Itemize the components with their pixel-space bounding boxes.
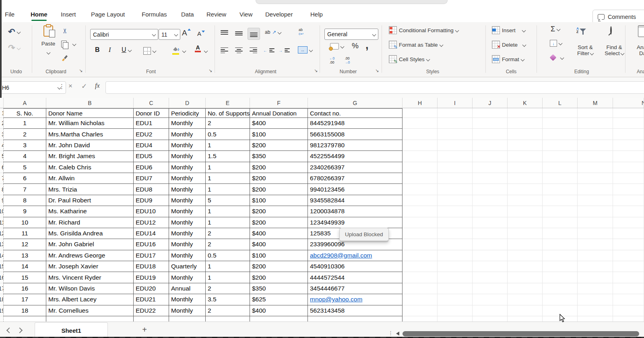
cell-supports[interactable]: 1 — [206, 272, 250, 283]
font-color-button[interactable]: A — [195, 45, 201, 52]
number-format-select[interactable]: General — [324, 29, 378, 40]
cell-supports[interactable]: 1 — [206, 217, 250, 228]
empty-cell[interactable] — [543, 184, 578, 195]
empty-cell[interactable] — [613, 206, 644, 217]
cell-donation[interactable]: $200 — [250, 272, 308, 283]
row-header[interactable]: 12 — [0, 228, 4, 239]
cell-donor-name[interactable]: Mrs. Vincent Ryder — [46, 272, 134, 283]
empty-cell[interactable] — [438, 162, 473, 173]
cell-sno[interactable]: 14 — [4, 261, 46, 272]
cell-sno[interactable]: 5 — [4, 162, 46, 173]
empty-cell[interactable] — [438, 140, 473, 151]
cell-contact[interactable]: mnop@yahoo.com — [308, 294, 402, 305]
cell-periodicity[interactable]: Monthly — [169, 228, 206, 239]
header-cell-periodicity[interactable]: Periodicity — [169, 108, 206, 118]
empty-cell[interactable] — [438, 261, 473, 272]
header-cell-sno[interactable]: S. No. — [4, 108, 46, 118]
empty-cell[interactable] — [508, 195, 543, 206]
cell-contact[interactable]: 5623143458 — [308, 305, 402, 316]
empty-cell[interactable] — [402, 250, 438, 261]
cell-donation[interactable]: $400 — [250, 228, 308, 239]
cell-sno[interactable]: 9 — [4, 206, 46, 217]
increase-indent-button[interactable]: → — [279, 47, 290, 54]
cell-supports[interactable]: 2 — [206, 239, 250, 250]
row-header[interactable]: 14 — [0, 250, 4, 261]
row-header[interactable]: 6 — [0, 162, 4, 173]
cell-donation[interactable]: $100 — [250, 129, 308, 140]
empty-cell[interactable] — [578, 108, 613, 118]
undo-button[interactable]: ↶ — [8, 27, 20, 37]
cell-styles-button[interactable]: Cell Styles — [389, 55, 429, 63]
merge-center-button[interactable]: ↔ — [298, 46, 312, 54]
empty-cell[interactable] — [402, 283, 438, 294]
cell-periodicity[interactable]: Monthly — [169, 129, 206, 140]
empty-cell[interactable] — [438, 129, 473, 140]
conditional-formatting-button[interactable]: Conditional Formatting — [389, 26, 458, 34]
cell-contact[interactable]: 6780266397 — [308, 173, 402, 184]
empty-cell[interactable] — [578, 140, 613, 151]
cell-donation[interactable]: $400 — [250, 239, 308, 250]
cell-sno[interactable]: 18 — [4, 305, 46, 316]
empty-cell[interactable] — [613, 173, 644, 184]
empty-cell[interactable] — [613, 239, 644, 250]
cell-donor-name[interactable]: Mr. John David — [46, 140, 134, 151]
row-header[interactable]: 13 — [0, 239, 4, 250]
italic-button[interactable]: I — [109, 46, 111, 54]
column-header[interactable]: H — [402, 98, 438, 108]
cell-sno[interactable]: 16 — [4, 283, 46, 294]
empty-cell[interactable] — [438, 173, 473, 184]
empty-cell[interactable] — [402, 228, 438, 239]
empty-cell[interactable] — [438, 195, 473, 206]
empty-cell[interactable] — [438, 184, 473, 195]
empty-cell[interactable] — [543, 140, 578, 151]
empty-cell[interactable] — [508, 118, 543, 129]
cell-periodicity[interactable]: Monthly — [169, 272, 206, 283]
cut-button[interactable]: ✂ — [62, 27, 68, 35]
empty-cell[interactable] — [613, 250, 644, 261]
empty-cell[interactable] — [508, 140, 543, 151]
cell-contact[interactable]: 4444572544 — [308, 272, 402, 283]
empty-cell[interactable] — [402, 118, 438, 129]
cell-sno[interactable]: 11 — [4, 228, 46, 239]
row-header[interactable]: 16 — [0, 272, 4, 283]
empty-cell[interactable] — [543, 283, 578, 294]
cell-supports[interactable]: 2 — [206, 283, 250, 294]
header-cell-contact[interactable]: Contact no. — [308, 108, 402, 118]
empty-cell[interactable] — [473, 108, 508, 118]
cell-donor-id[interactable]: EDU7 — [134, 173, 169, 184]
cell-donation[interactable]: $200 — [250, 140, 308, 151]
font-size-select[interactable]: 11 — [159, 29, 180, 40]
empty-cell[interactable] — [402, 108, 438, 118]
row-header[interactable]: 11 — [0, 217, 4, 228]
cell-donor-id[interactable]: EDU22 — [134, 305, 169, 316]
cell-donor-id[interactable]: EDU2 — [134, 129, 169, 140]
increase-decimal-button[interactable]: ←0.00 — [329, 57, 334, 65]
cell-donation[interactable]: $625 — [250, 294, 308, 305]
empty-cell[interactable] — [402, 195, 438, 206]
prev-sheet-button[interactable] — [6, 328, 12, 333]
empty-cell[interactable] — [578, 129, 613, 140]
wrap-text-button[interactable]: ab c↩ — [299, 28, 303, 36]
row-header[interactable]: 8 — [0, 184, 4, 195]
cancel-button[interactable]: × — [68, 82, 72, 90]
header-cell-supports[interactable]: No. of Supports — [206, 108, 250, 118]
cell-donor-name[interactable]: Mr. John Gabriel — [46, 239, 134, 250]
cell-periodicity[interactable]: Monthly — [169, 151, 206, 162]
empty-cell[interactable] — [543, 261, 578, 272]
empty-cell[interactable] — [508, 283, 543, 294]
cell-periodicity[interactable]: Monthly — [169, 173, 206, 184]
empty-cell[interactable] — [578, 195, 613, 206]
column-header[interactable]: G — [308, 98, 402, 108]
empty-cell[interactable] — [438, 217, 473, 228]
cell-supports[interactable]: 1 — [206, 173, 250, 184]
cell-donation[interactable]: $100 — [250, 195, 308, 206]
empty-cell[interactable] — [578, 305, 613, 316]
cell-donor-name[interactable]: Mrs. Trizia — [46, 184, 134, 195]
row-header[interactable]: 5 — [0, 151, 4, 162]
cell-donor-id[interactable]: EDU1 — [134, 118, 169, 129]
paste-button[interactable]: Paste — [39, 25, 58, 56]
empty-cell[interactable] — [473, 118, 508, 129]
empty-cell[interactable] — [402, 151, 438, 162]
cell-donor-name[interactable]: Mr. William Nicholas — [46, 118, 134, 129]
empty-cell[interactable] — [613, 305, 644, 316]
